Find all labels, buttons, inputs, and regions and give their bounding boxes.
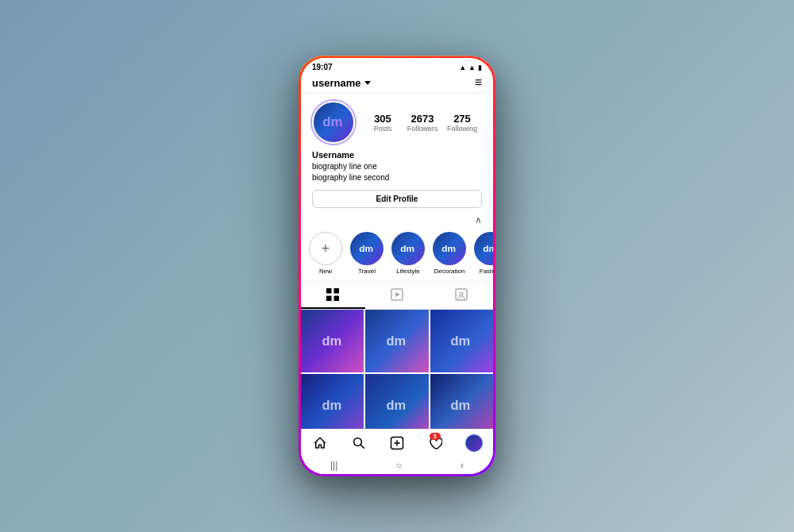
stats-row: 305 Posts 2673 Followers 275 Following [363, 113, 482, 133]
profile-name: Username [312, 150, 482, 160]
stat-posts-number: 305 [363, 113, 403, 125]
post-5-bg: dm [365, 374, 428, 429]
highlight-new[interactable]: + New [309, 232, 342, 275]
svg-text:dm: dm [386, 333, 406, 348]
nav-notifications[interactable]: 5 [416, 436, 454, 450]
android-recent-btn[interactable]: ||| [330, 460, 337, 471]
home-icon [313, 436, 327, 450]
notification-badge: 5 [430, 433, 441, 440]
collapse-arrow-icon[interactable]: ∧ [475, 214, 482, 226]
svg-line-20 [360, 445, 364, 449]
post-6-logo: dm [449, 398, 473, 414]
edit-profile-button[interactable]: Edit Profile [312, 190, 482, 208]
android-home-btn[interactable]: ○ [396, 460, 402, 471]
battery-icon: ▮ [478, 64, 482, 71]
highlight-new-label: New [319, 268, 332, 275]
bio-line-2: biography line second [312, 172, 482, 183]
hamburger-menu-icon[interactable]: ≡ [475, 76, 482, 89]
chevron-down-icon [364, 81, 371, 85]
svg-text:dm: dm [441, 243, 456, 254]
svg-rect-6 [334, 288, 340, 294]
post-3-logo: dm [449, 333, 473, 349]
post-4-logo: dm [321, 398, 345, 414]
stat-following: 275 Following [442, 113, 482, 133]
grid-post-6[interactable]: dm [430, 374, 493, 429]
nav-profile[interactable] [455, 434, 493, 452]
svg-text:dm: dm [400, 243, 414, 254]
status-time: 19:07 [312, 63, 333, 71]
posts-grid: dm dm dm [301, 310, 493, 429]
reels-tab-icon [391, 288, 403, 301]
stat-followers-number: 2673 [403, 113, 442, 125]
nav-home[interactable] [301, 436, 339, 450]
highlight-fashion[interactable]: dm Fashion [474, 232, 493, 275]
highlight-decoration-circle: dm [433, 232, 466, 265]
profile-bio: biography line one biography line second [312, 161, 482, 183]
stat-posts-label: Posts [363, 125, 403, 133]
highlight-decoration-label: Decoration [434, 268, 465, 275]
highlight-new-circle: + [309, 232, 342, 265]
phone-device: 19:07 ▲ ▲ ▮ username ≡ [299, 56, 495, 476]
android-back-btn[interactable]: ‹ [461, 460, 464, 471]
highlight-decoration-logo: dm [441, 243, 458, 254]
highlight-lifestyle-logo: dm [399, 243, 417, 254]
header-username-row[interactable]: username [312, 77, 371, 89]
svg-text:dm: dm [322, 398, 341, 412]
bio-line-1: biography line one [312, 161, 482, 172]
svg-point-12 [460, 292, 463, 295]
svg-text:dm: dm [483, 243, 493, 254]
android-nav-bar: ||| ○ ‹ [301, 455, 493, 474]
svg-rect-11 [456, 289, 467, 300]
phone-screen: 19:07 ▲ ▲ ▮ username ≡ [301, 58, 493, 474]
post-6-bg: dm [430, 374, 493, 429]
stat-posts: 305 Posts [363, 113, 403, 133]
grid-post-4[interactable]: dm [301, 374, 364, 429]
profile-top-row: dm 305 Posts 2673 Followers [312, 101, 482, 144]
highlights-row[interactable]: + New dm Travel dm [301, 229, 493, 281]
wifi-icon: ▲ [459, 64, 466, 71]
status-bar: 19:07 ▲ ▲ ▮ [301, 58, 493, 73]
nav-search[interactable] [339, 436, 377, 450]
app-content[interactable]: dm 305 Posts 2673 Followers [301, 93, 493, 429]
stat-followers: 2673 Followers [403, 113, 442, 133]
search-icon [352, 436, 366, 450]
grid-post-5[interactable]: dm [365, 374, 428, 429]
bottom-nav: 5 [301, 429, 493, 455]
svg-text:dm: dm [322, 114, 342, 129]
post-3-bg: dm [430, 310, 493, 372]
post-5-logo: dm [385, 398, 409, 414]
tagged-tab-icon [455, 288, 468, 301]
highlight-travel-logo: dm [358, 243, 376, 254]
signal-icon: ▲ [468, 64, 476, 71]
grid-post-1[interactable]: dm [301, 310, 364, 372]
svg-text:dm: dm [359, 243, 373, 254]
highlight-fashion-logo: dm [482, 243, 493, 254]
highlight-lifestyle-label: Lifestyle [396, 268, 419, 275]
app-header: username ≡ [301, 73, 493, 93]
tab-reels[interactable] [365, 282, 430, 309]
highlight-decoration[interactable]: dm Decoration [433, 232, 466, 275]
stat-following-number: 275 [442, 113, 482, 125]
highlight-travel-label: Travel [358, 268, 376, 275]
highlight-travel[interactable]: dm Travel [350, 232, 384, 275]
stat-followers-label: Followers [403, 125, 442, 133]
highlight-travel-circle: dm [350, 232, 384, 265]
svg-text:dm: dm [386, 398, 406, 412]
header-username-text: username [312, 77, 360, 89]
grid-post-3[interactable]: dm [430, 310, 493, 372]
avatar[interactable]: dm [312, 101, 355, 144]
nav-add[interactable] [378, 436, 416, 450]
profile-section: dm 305 Posts 2673 Followers [301, 93, 493, 214]
svg-rect-5 [326, 288, 332, 294]
svg-rect-8 [334, 296, 340, 302]
svg-text:dm: dm [451, 333, 471, 348]
tab-grid[interactable] [301, 282, 365, 309]
post-2-bg: dm [365, 310, 428, 372]
highlight-lifestyle[interactable]: dm Lifestyle [391, 232, 425, 275]
avatar-logo-svg: dm [321, 114, 346, 130]
grid-tab-icon [326, 288, 339, 301]
tab-tagged[interactable] [429, 282, 493, 309]
grid-post-2[interactable]: dm [365, 310, 428, 372]
content-tabs [301, 281, 493, 310]
post-4-bg: dm [301, 374, 364, 429]
